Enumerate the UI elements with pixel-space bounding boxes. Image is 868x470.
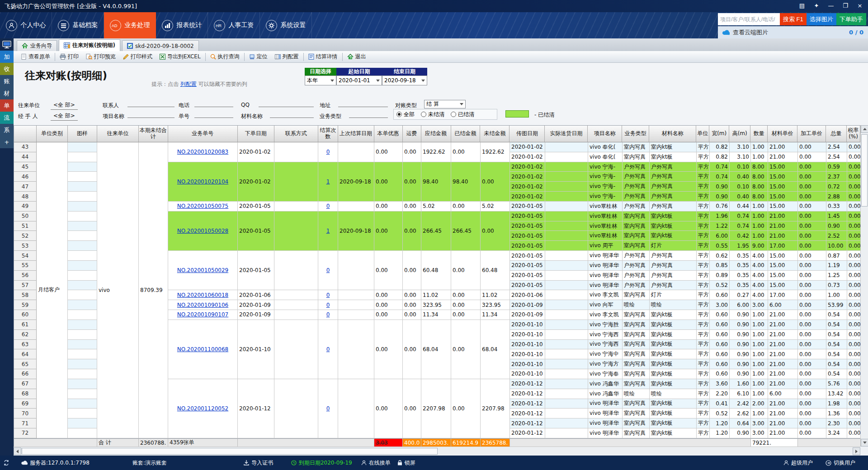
row-number[interactable]: 69	[14, 399, 37, 409]
export-excel-button[interactable]: 导出到EXCEL	[156, 52, 204, 62]
exit-button[interactable]: 退出	[344, 52, 370, 62]
settle-times-link[interactable]: 0	[326, 346, 330, 352]
status-super-user[interactable]: 超级用户	[783, 459, 813, 467]
settle-times-link[interactable]: 0	[326, 311, 330, 318]
column-header[interactable]: 项目名称	[588, 126, 622, 142]
column-header[interactable]: 宽(m)	[709, 126, 729, 142]
sidebar-item-order[interactable]: 单	[0, 99, 14, 112]
settle-times-link[interactable]: 0	[326, 292, 330, 298]
column-header[interactable]: 本单优惠	[374, 126, 403, 142]
column-header[interactable]: 本期未结合计	[139, 126, 168, 142]
nav-item-report-statistics[interactable]: 报表统计	[156, 12, 208, 38]
row-number[interactable]: 65	[14, 359, 37, 369]
column-header[interactable]: 联系方式	[274, 126, 318, 142]
sidebar-item-monitor[interactable]	[0, 38, 14, 51]
column-header[interactable]: 已结金额	[451, 126, 481, 142]
nav-item-system-settings[interactable]: 系统设置	[260, 12, 312, 38]
column-config-link[interactable]: 列配置	[180, 81, 197, 87]
row-number[interactable]: 55	[14, 261, 37, 271]
column-header[interactable]: 税率(%)	[847, 126, 860, 142]
scroll-right-arrow-icon[interactable]	[853, 447, 860, 455]
column-header[interactable]: 加工单价	[797, 126, 826, 142]
order-no-link[interactable]: NO.202001100068	[177, 346, 228, 352]
row-number[interactable]: 71	[14, 418, 37, 428]
order-no-link[interactable]: NO.202001120052	[177, 405, 228, 412]
date-range-select[interactable]: 本年	[305, 75, 336, 85]
column-header[interactable]: 材料名称	[649, 126, 696, 142]
column-header[interactable]: 结算次数	[318, 126, 338, 142]
row-number[interactable]: 46	[14, 172, 37, 182]
settle-times-link[interactable]: 0	[326, 267, 330, 273]
print-preview-button[interactable]: 打印预览	[82, 52, 119, 62]
tab-business-wizard[interactable]: 业务向导	[17, 40, 57, 51]
cloud-images-bar[interactable]: 查看云端图片 0 / 0	[718, 26, 868, 38]
run-query-button[interactable]: 执行查询	[207, 52, 243, 62]
project-input[interactable]	[127, 111, 175, 118]
order-no-link[interactable]: NO.202001020083	[177, 149, 228, 155]
recon-type-select[interactable]: 结 算	[424, 100, 466, 108]
vertical-scrollbar[interactable]	[860, 125, 868, 446]
tab-reconciliation-detail[interactable]: 往来对账(按明细)	[59, 39, 120, 51]
sidebar-item-material[interactable]: 材	[0, 87, 14, 99]
settle-times-link[interactable]: 1	[326, 179, 330, 185]
row-number[interactable]: 68	[14, 389, 37, 399]
locate-button[interactable]: 定位	[245, 52, 271, 62]
settle-detail-button[interactable]: 结算详情	[305, 52, 341, 62]
row-number[interactable]: 64	[14, 349, 37, 359]
close-button[interactable]: ×	[854, 1, 865, 9]
address-input[interactable]	[338, 100, 388, 107]
order-no-link[interactable]: NO.202001090107	[177, 311, 228, 318]
sidebar-item-add[interactable]: 加	[0, 51, 14, 63]
column-header[interactable]: 高(m)	[729, 126, 750, 142]
row-number[interactable]: 66	[14, 369, 37, 379]
row-number[interactable]: 47	[14, 182, 37, 192]
pick-image-button[interactable]: 选择图片	[807, 13, 836, 25]
row-number[interactable]: 61	[14, 320, 37, 330]
contact-input[interactable]	[127, 100, 175, 107]
order-no-link[interactable]: NO.202001090106	[177, 302, 228, 308]
settle-times-link[interactable]: 0	[326, 302, 330, 308]
status-lock-screen[interactable]: 锁屏	[397, 459, 415, 467]
order-no-link[interactable]: NO.202001050029	[177, 267, 228, 273]
orderno-input[interactable]	[194, 111, 233, 118]
row-number[interactable]: 53	[14, 241, 37, 251]
row-number[interactable]: 60	[14, 310, 37, 320]
radio-all[interactable]: 全部	[396, 111, 415, 118]
column-config-button[interactable]: 列配置	[271, 52, 302, 62]
tab-order-skd[interactable]: skd-2020-09-18-0002	[122, 40, 199, 51]
row-number[interactable]: 67	[14, 379, 37, 389]
order-no-link[interactable]: NO.202001020104	[177, 179, 228, 185]
nav-item-business-processing[interactable]: AD 业务处理	[104, 12, 156, 38]
sidebar-item-receive[interactable]: 收	[0, 63, 14, 75]
column-header[interactable]	[14, 126, 37, 142]
vertical-scroll-thumb[interactable]	[861, 134, 868, 207]
status-connection[interactable]	[4, 460, 11, 465]
nav-item-hr-payroll[interactable]: HR 人事工资	[208, 12, 260, 38]
radio-settled[interactable]: 已结清	[451, 111, 474, 118]
column-header[interactable]: 运费	[403, 126, 421, 142]
biztype-input[interactable]	[349, 111, 388, 118]
row-number[interactable]: 62	[14, 330, 37, 340]
column-header[interactable]: 单位	[696, 126, 709, 142]
order-no-link[interactable]: NO.202001050075	[177, 203, 228, 209]
settle-times-link[interactable]: 0	[326, 149, 330, 155]
status-expire-date[interactable]: 到期日期2020-09-19	[291, 459, 352, 467]
settle-times-link[interactable]: 0	[326, 405, 330, 412]
column-header[interactable]: 上次结算日期	[338, 126, 374, 142]
order-no-link[interactable]: NO.202001060018	[177, 292, 228, 298]
nav-item-basic-archives[interactable]: 基础档案	[52, 12, 104, 38]
scroll-down-arrow-icon[interactable]	[861, 439, 868, 446]
row-number[interactable]: 43	[14, 142, 37, 152]
nav-item-personal-center[interactable]: 个人中心	[0, 12, 52, 38]
sidebar-item-account[interactable]: 账	[0, 75, 14, 87]
row-number[interactable]: 72	[14, 428, 37, 438]
row-number[interactable]: 63	[14, 340, 37, 350]
settle-times-link[interactable]: 1	[326, 228, 330, 234]
row-number[interactable]: 56	[14, 271, 37, 281]
row-number[interactable]: 70	[14, 409, 37, 418]
row-number[interactable]: 44	[14, 152, 37, 162]
material-input[interactable]	[270, 111, 314, 118]
order-no-link[interactable]: NO.202001050028	[177, 228, 228, 234]
qq-input[interactable]	[259, 100, 314, 107]
row-number[interactable]: 48	[14, 192, 37, 202]
